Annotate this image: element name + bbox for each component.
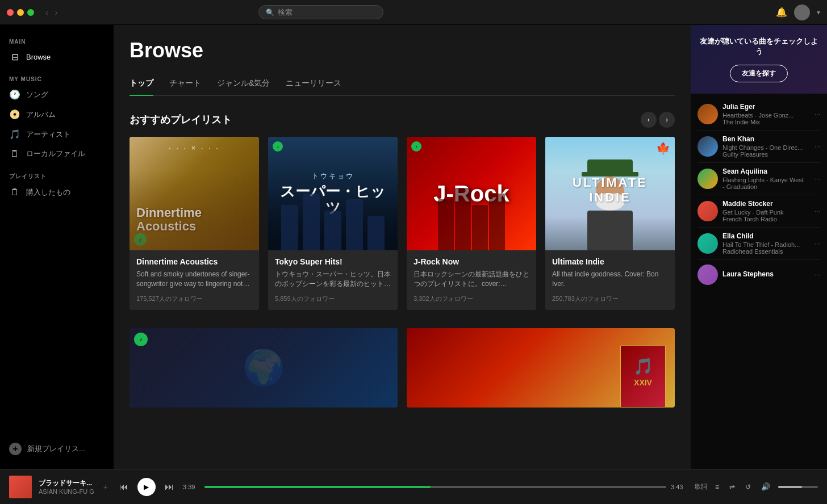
close-button[interactable] — [7, 9, 14, 16]
world-map-visual: 🌍 — [243, 335, 285, 401]
plus-icon: + — [9, 443, 22, 455]
avatar-sean — [697, 169, 718, 189]
shuffle-icon[interactable]: ⇌ — [727, 481, 737, 493]
player-track-info: ブラッドサーキ... ASIAN KUNG-FU G — [39, 478, 94, 495]
playlist-followers-tokyo: 5,859人のフォロワー — [275, 295, 391, 303]
friend-more-sean: ··· — [815, 175, 820, 183]
playlist-desc-jrock: 日本ロックシーンの最新話題曲をひとつのプレイリストに。cover: [Alexa… — [414, 270, 529, 289]
play-pause-button[interactable]: ▶ — [137, 478, 156, 496]
sidebar-item-artists-label: アーティスト — [26, 129, 70, 140]
sidebar-item-purchases[interactable]: 🗒 購入したもの — [0, 183, 114, 202]
dinnertime-gradient — [130, 171, 259, 250]
friend-track-ella: Hail To The Thief - Radioh... — [722, 241, 810, 248]
sidebar-item-albums[interactable]: 📀 アルバム — [0, 104, 114, 124]
playlist-card-dinnertime[interactable]: · · · × · · · DinnertimeAcoustics ♪ Dinn… — [130, 137, 259, 310]
recommended-section-title: おすすめプレイリスト — [130, 113, 232, 127]
fullscreen-button[interactable] — [27, 9, 34, 16]
friend-name-ben: Ben Khan — [722, 135, 810, 143]
progress-bar[interactable] — [204, 486, 666, 488]
friend-more-ella: ··· — [815, 240, 820, 247]
sidebar-item-browse-label: Browse — [26, 53, 51, 61]
friend-name-sean: Sean Aquilina — [722, 167, 810, 175]
notifications-icon[interactable]: 🔔 — [776, 7, 787, 18]
tab-new-releases[interactable]: ニューリリース — [286, 74, 341, 95]
friend-item-ella[interactable]: Ella Child Hail To The Thief - Radioh...… — [691, 228, 827, 259]
find-friends-button[interactable]: 友達を探す — [730, 65, 788, 82]
friend-info-julia: Julia Eger Heartbeats - Jose Gonz... The… — [722, 103, 810, 125]
sidebar-item-browse[interactable]: ⊟ Browse — [0, 47, 114, 67]
avatar-julia — [697, 104, 718, 124]
next-button[interactable]: › — [659, 112, 675, 128]
volume-bar[interactable] — [778, 486, 818, 488]
dinnertime-cross-decoration: · · · × · · · — [169, 144, 220, 152]
avatar-laura — [697, 264, 718, 285]
friend-track2-ben: Guilty Pleasures — [722, 151, 810, 158]
current-time: 3:39 — [183, 484, 200, 490]
friends-list: Julia Eger Heartbeats - Jose Gonz... The… — [691, 94, 827, 469]
titlebar-right: 🔔 ▾ — [776, 5, 820, 20]
tab-charts[interactable]: チャート — [169, 74, 201, 95]
minimize-button[interactable] — [17, 9, 24, 16]
friend-item-maddie[interactable]: Maddie Stocker Get Lucky - Daft Punk Fre… — [691, 195, 827, 227]
tokyo-silhouettes — [268, 159, 398, 250]
add-to-library-button[interactable]: + — [101, 480, 110, 494]
content-area: Browse トップ チャート ジャンル&気分 ニューリリース おすすめプレイリ… — [114, 25, 691, 469]
prev-button[interactable]: ‹ — [641, 112, 657, 128]
playlist-card-tokyo[interactable]: ♪ トウキョウ スーパー・ヒッツ — [268, 137, 398, 310]
sidebar-item-local-files[interactable]: 🗒 ローカルファイル — [0, 144, 114, 163]
progress-section: 3:39 3:43 — [183, 484, 688, 490]
sidebar-item-songs-label: ソング — [26, 90, 48, 100]
friend-info-ella: Ella Child Hail To The Thief - Radioh...… — [722, 232, 810, 255]
playlist-card-body-tokyo: Tokyo Super Hits! トウキョウ・スーパー・ヒッツ。日本のポップシ… — [268, 250, 398, 310]
my-music-section-label: MY MUSIC — [0, 72, 114, 85]
album-art-gold: 🎵 XXIV — [620, 345, 666, 408]
friend-track-maddie: Get Lucky - Daft Punk — [722, 209, 810, 216]
friend-item-ben[interactable]: Ben Khan Night Changes - One Direc... Gu… — [691, 131, 827, 162]
sidebar-item-songs[interactable]: 🕐 ソング — [0, 85, 114, 104]
playlist-name-tokyo: Tokyo Super Hits! — [275, 257, 391, 266]
right-panel: 友達が聴いている曲をチェックしよう 友達を探す Julia Eger Heart… — [691, 25, 827, 469]
friend-more-maddie: ··· — [815, 207, 820, 215]
search-input[interactable] — [278, 8, 376, 16]
friend-item-julia[interactable]: Julia Eger Heartbeats - Jose Gonz... The… — [691, 98, 827, 130]
tab-genre[interactable]: ジャンル&気分 — [217, 74, 270, 95]
back-button[interactable]: ‹ — [43, 7, 51, 18]
avatar[interactable] — [794, 5, 810, 20]
chevron-down-icon[interactable]: ▾ — [817, 9, 820, 16]
tab-top[interactable]: トップ — [130, 74, 153, 95]
playlists-section-label: プレイリスト — [0, 168, 114, 183]
skip-forward-button[interactable]: ⏭ — [162, 480, 176, 494]
playlist-card-indie[interactable]: ♪ ULTIMATEINDIE — [545, 137, 675, 310]
page-title: Browse — [130, 39, 675, 62]
player-track-name: ブラッドサーキ... — [39, 478, 94, 488]
queue-icon[interactable]: ≡ — [713, 481, 721, 493]
playlist-desc-dinnertime: Soft and smoky undertones of singer-song… — [136, 270, 252, 289]
friend-track2-sean: - Graduation — [722, 183, 810, 190]
playlist-desc-tokyo: トウキョウ・スーパー・ヒッツ。日本のポップシーンを彩る最新のヒット曲をお届けしま… — [275, 270, 391, 289]
skip-back-button[interactable]: ⏮ — [117, 480, 131, 494]
app-body: MAIN ⊟ Browse MY MUSIC 🕐 ソング 📀 アルバム 🎵 アー… — [0, 25, 827, 469]
friend-name-julia: Julia Eger — [722, 103, 810, 111]
browse-icon: ⊟ — [9, 52, 20, 62]
avatar-ben — [697, 136, 718, 157]
sidebar-item-purchases-label: 購入したもの — [26, 187, 70, 198]
spotify-badge-tokyo: ♪ — [273, 141, 283, 152]
new-playlist-button[interactable]: + 新規プレイリス... — [0, 438, 114, 460]
forward-button[interactable]: › — [53, 7, 60, 18]
search-bar[interactable]: 🔍 — [258, 5, 383, 19]
repeat-icon[interactable]: ↺ — [743, 481, 753, 493]
lyrics-button[interactable]: 歌詞 — [695, 482, 707, 491]
sidebar-item-artists[interactable]: 🎵 アーティスト — [0, 124, 114, 144]
spotify-logo-map: ♪ — [134, 333, 148, 346]
avatar-ella — [697, 233, 718, 254]
playlist-card-jrock[interactable]: ♪ J-Rock J-Rock Now 日本ロックシーンの最新話題曲をひとつのプ… — [407, 137, 536, 310]
friend-item-sean[interactable]: Sean Aquilina Flashing Lights - Kanye We… — [691, 163, 827, 195]
friend-track2-ella: Radiohead Essentials — [722, 248, 810, 255]
playlist-card-gold[interactable]: 🎵 XXIV — [407, 328, 675, 408]
volume-icon[interactable]: 🔊 — [759, 480, 772, 493]
friend-name-maddie: Maddie Stocker — [722, 200, 810, 208]
player-artist-name: ASIAN KUNG-FU G — [39, 488, 94, 495]
playlist-card-map[interactable]: ♪ 🌍 — [130, 328, 398, 408]
friend-item-laura[interactable]: Laura Stephens ··· — [691, 260, 827, 289]
sidebar-item-albums-label: アルバム — [26, 110, 56, 120]
